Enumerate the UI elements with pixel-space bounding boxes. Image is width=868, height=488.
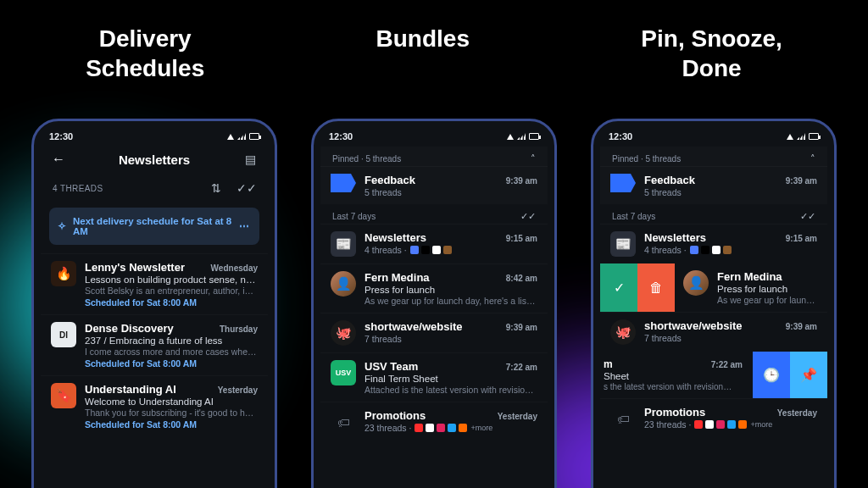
preview: Attached is the latest version with revi… [364, 385, 537, 395]
chevron-up-icon: ˄ [810, 153, 815, 164]
thread-count: 7 threads [644, 333, 817, 343]
swiped-thread[interactable]: ✓ 🗑 👤 Fern Medina Press for launch As we… [600, 263, 827, 312]
section-last7days: Last 7 days ✓✓ [320, 204, 548, 224]
sender-avatar: 👤 [683, 270, 709, 296]
phone-pin-snooze-done: 12:30 Pinned · 5 threads ˄ Feedback9:39 … [591, 119, 837, 488]
clock: 12:30 [329, 131, 353, 141]
mark-done-icon[interactable]: ✓✓ [237, 179, 256, 197]
subject: Sheet [604, 371, 743, 381]
swiped-thread-right[interactable]: m7:22 am Sheet s the latest version with… [600, 352, 827, 398]
archive-icon[interactable]: ▤ [241, 150, 259, 169]
thread-count: 5 threads [644, 187, 817, 197]
bundle-newsletters[interactable]: 📰 Newsletters9:15 am 4 threads · [320, 224, 548, 263]
bundle-promotions[interactable]: 🏷 PromotionsYesterday 23 threads · +more [600, 398, 827, 438]
pin-label-icon [610, 174, 636, 192]
list-item[interactable]: 🔖 Understanding AIYesterday Welcome to U… [41, 375, 268, 436]
battery-icon [529, 133, 539, 140]
timestamp: 9:39 am [506, 323, 537, 332]
schedule-line: Scheduled for Sat 8:00 AM [85, 358, 258, 369]
bundle-promotions[interactable]: 🏷 PromotionsYesterday 23 threads · +more [320, 402, 548, 441]
more-label: +more [470, 424, 492, 432]
status-bar: 12:30 [600, 130, 827, 147]
tag-icon: 🏷 [331, 409, 356, 435]
cell-signal-icon [517, 133, 526, 140]
more-label: +more [750, 420, 772, 429]
pinned-section-header[interactable]: Pinned · 5 threads ˄ [600, 147, 827, 166]
preview: I come across more and more cases where… [85, 347, 258, 357]
thread-count: 7 threads [364, 334, 537, 344]
pinned-label: Pinned · 5 threads [332, 154, 401, 164]
swipe-delete-button[interactable]: 🗑 [637, 263, 675, 312]
timestamp: 8:42 am [506, 274, 537, 283]
delivery-banner[interactable]: ✧ Next delivery schedule for Sat at 8 AM… [49, 208, 259, 245]
threads-count: 4 THREADS [53, 184, 103, 193]
inbox-list: 📰 Newsletters9:15 am 4 threads · 👤 Fern … [320, 224, 548, 441]
thread-count: 4 threads · [644, 245, 687, 255]
preview: Thank you for subscribing - it's good to… [85, 408, 258, 418]
section-label-text: Last 7 days [612, 212, 655, 221]
timestamp: 7:22 am [711, 360, 743, 369]
pinned-section-header[interactable]: Pinned · 5 threads ˄ [320, 147, 548, 166]
sender-avatar: USV [331, 360, 356, 385]
bundle-name: Promotions [364, 409, 426, 422]
sender-chips [690, 246, 732, 254]
newsletter-icon: 📰 [610, 231, 636, 257]
preview: As we gear up for launch d [717, 295, 819, 305]
bundle-github[interactable]: 🐙 shortwave/website9:39 am 7 threads [320, 313, 548, 352]
title-center: Bundles [376, 24, 470, 83]
status-bar: 12:30 [41, 130, 268, 147]
bundle-newsletters[interactable]: 📰 Newsletters9:15 am 4 threads · [600, 224, 827, 263]
tag-icon: 🏷 [610, 406, 636, 431]
list-item[interactable]: DI Dense DiscoveryThursday 237 / Embraci… [41, 314, 268, 375]
timestamp: Yesterday [498, 412, 537, 421]
swipe-pin-button[interactable]: 📌 [790, 352, 827, 398]
banner-text: Next delivery schedule for Sat at 8 AM [73, 216, 232, 236]
filter-icon[interactable]: ⇅ [207, 179, 225, 197]
sender-chips [410, 246, 452, 254]
newsletter-icon: 📰 [331, 231, 356, 257]
pinned-item[interactable]: Feedback9:39 am 5 threads [600, 166, 827, 204]
bundle-github[interactable]: 🐙 shortwave/website9:39 am 7 threads [600, 312, 827, 352]
calendar-icon: ✧ [58, 220, 66, 232]
section-label-text: Last 7 days [332, 212, 376, 221]
subject: Press for launch [717, 284, 819, 294]
inbox-list: 📰 Newsletters9:15 am 4 threads · ✓ 🗑 👤 F… [600, 224, 827, 438]
timestamp: Yesterday [777, 408, 817, 418]
phone-bundles: 12:30 Pinned · 5 threads ˄ Feedback9:39 … [311, 119, 557, 488]
phone-delivery-schedules: 12:30 ← Newsletters ▤ 4 THREADS ⇅ ✓✓ ✧ N… [31, 119, 277, 488]
sender-avatar: DI [51, 322, 76, 347]
banner-more-icon[interactable]: ⋯ [239, 220, 251, 232]
thread-fern-medina[interactable]: 👤 Fern Medina8:42 am Press for launch As… [320, 263, 548, 313]
bundle-name: shortwave/website [364, 320, 463, 333]
thread-usv[interactable]: USV USV Team7:22 am Final Term Sheet Att… [320, 352, 548, 402]
subject: Final Term Sheet [364, 374, 537, 384]
timestamp: Yesterday [218, 385, 258, 395]
sender-name: Understanding AI [85, 383, 176, 396]
status-bar: 12:30 [320, 130, 548, 147]
timestamp: 7:22 am [506, 363, 537, 372]
pinned-item[interactable]: Feedback9:39 am 5 threads [320, 166, 548, 204]
wifi-icon [507, 134, 514, 140]
wifi-icon [787, 134, 793, 140]
back-button[interactable]: ← [49, 150, 68, 169]
preview: Scott Belsky is an entrepreneur, author,… [85, 286, 258, 296]
section-last7days: Last 7 days ✓✓ [600, 204, 827, 224]
sender-name: USV Team [364, 360, 418, 373]
mark-done-icon[interactable]: ✓✓ [520, 211, 536, 222]
bundle-name: Promotions [644, 406, 705, 419]
list-item[interactable]: 🔥 Lenny's NewsletterWednesday Lessons on… [41, 253, 268, 314]
pinned-label: Pinned · 5 threads [612, 154, 681, 164]
battery-icon [809, 133, 819, 140]
cell-signal-icon [797, 133, 805, 140]
sender-name: Dense Discovery [85, 322, 174, 335]
title-left: Delivery Schedules [86, 24, 204, 83]
swipe-done-button[interactable]: ✓ [600, 263, 637, 312]
preview: As we gear up for launch day, here's a l… [364, 296, 537, 306]
swipe-snooze-button[interactable]: 🕒 [753, 352, 790, 398]
clock: 12:30 [609, 131, 632, 141]
subject: Press for launch [364, 285, 537, 295]
chevron-up-icon: ˄ [531, 153, 536, 164]
mark-done-icon[interactable]: ✓✓ [800, 211, 815, 222]
newsletter-list: 🔥 Lenny's NewsletterWednesday Lessons on… [41, 253, 268, 436]
thread-count: 5 threads [364, 187, 537, 197]
